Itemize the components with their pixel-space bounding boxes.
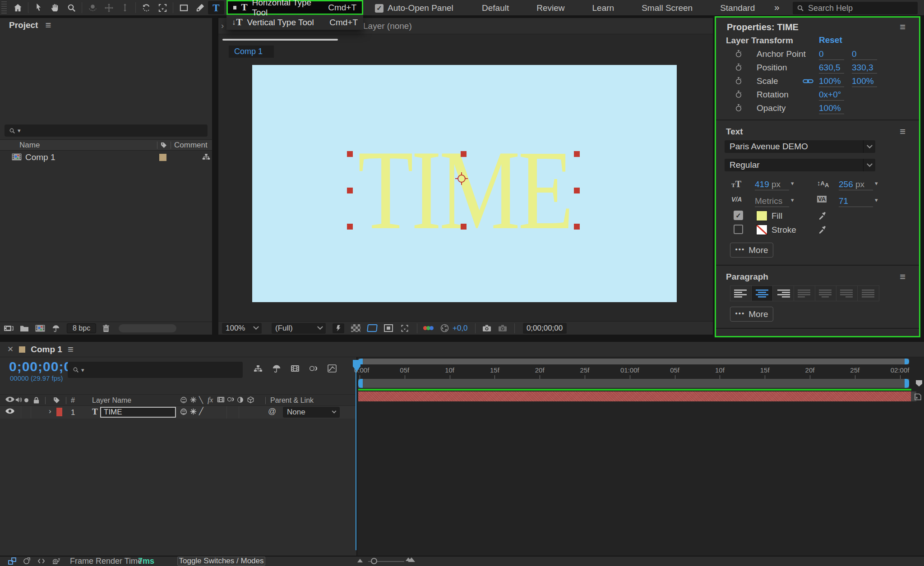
fill-eyedropper-icon[interactable] — [818, 211, 827, 220]
column-name[interactable]: Name — [19, 141, 40, 150]
label-column-icon[interactable] — [160, 142, 167, 149]
comp-button-icon[interactable] — [914, 393, 922, 400]
scale-y-value[interactable]: 100% — [852, 76, 877, 87]
toolbar-grip[interactable] — [1, 1, 7, 14]
justify-last-center-button[interactable] — [815, 286, 836, 301]
pen-tool[interactable] — [192, 1, 208, 14]
motion-blur-column-icon[interactable] — [227, 396, 235, 402]
search-help-box[interactable] — [793, 2, 918, 14]
font-family-dropdown[interactable]: Paris Avenue DEMO — [725, 140, 875, 153]
leading-field[interactable]: 256 px — [839, 179, 873, 190]
search-options-icon[interactable]: ▾ — [18, 127, 21, 134]
orbit-camera-tool[interactable] — [84, 1, 101, 14]
rotation-value[interactable]: 0x+0° — [819, 90, 844, 101]
layer-viewer-tab[interactable]: Layer (none) — [363, 21, 412, 31]
motion-blur-icon[interactable] — [309, 365, 318, 372]
toggle-switches-modes-button[interactable]: Toggle Switches / Modes — [177, 557, 265, 566]
tracking-field[interactable]: 71 — [839, 196, 873, 207]
audio-column-icon[interactable] — [15, 396, 23, 403]
align-right-button[interactable] — [773, 286, 794, 301]
timeline-top-scrollbar[interactable] — [358, 359, 909, 364]
column-comment[interactable]: Comment — [174, 141, 208, 150]
fill-checkbox[interactable]: ✓ — [734, 211, 743, 220]
stroke-color-swatch[interactable] — [756, 225, 767, 235]
3d-column-icon[interactable] — [247, 396, 254, 403]
label-column-icon[interactable] — [53, 396, 60, 404]
video-column-icon[interactable] — [5, 396, 14, 402]
justify-last-left-button[interactable] — [794, 286, 815, 301]
justify-last-right-button[interactable] — [836, 286, 858, 301]
workspace-tab-small-screen[interactable]: Small Screen — [642, 3, 693, 13]
new-folder-icon[interactable] — [20, 325, 29, 332]
position-y-value[interactable]: 330,3 — [852, 63, 877, 74]
graph-editor-icon[interactable] — [328, 364, 337, 373]
align-center-button[interactable] — [752, 286, 773, 301]
stopwatch-icon[interactable] — [735, 77, 742, 85]
selection-tool[interactable] — [31, 1, 47, 14]
exposure-icon[interactable] — [440, 324, 449, 332]
font-size-field[interactable]: 419 px — [755, 179, 789, 190]
workspace-tab-standard[interactable]: Standard — [720, 3, 755, 13]
project-search-box[interactable]: ▾ — [5, 124, 208, 137]
zoom-in-mountains-icon[interactable] — [409, 557, 415, 562]
timeline-comp-tab[interactable]: Comp 1 — [31, 345, 62, 354]
preview-timecode[interactable]: 0;00;00;00 — [523, 323, 567, 334]
magnification-dropdown[interactable]: 100% — [222, 323, 262, 334]
fx-column-icon[interactable]: fx — [208, 396, 213, 405]
show-snapshot-icon[interactable] — [498, 324, 507, 332]
render-time-snail-icon[interactable] — [52, 557, 61, 565]
tab-scroll-indicator[interactable] — [222, 39, 338, 41]
region-of-interest-button[interactable] — [384, 324, 393, 332]
timeline-search-box[interactable]: ▾ — [68, 362, 243, 378]
column-layer-name[interactable]: Layer Name — [92, 396, 131, 405]
canvas-text-layer[interactable]: TIME — [358, 133, 571, 247]
transform-reset-link[interactable]: Reset — [819, 35, 842, 45]
menu-item-horizontal-type-tool[interactable]: T Horizontal Type Tool Cmd+T — [226, 0, 363, 15]
grid-guides-button[interactable] — [400, 324, 410, 333]
label-color-swatch[interactable] — [159, 154, 166, 161]
layer-row-1[interactable]: › 1 T TIME ╱ @ None — [0, 406, 356, 419]
parent-link-dropdown[interactable]: None — [283, 407, 340, 418]
menu-item-vertical-type-tool[interactable]: ↓T Vertical Type Tool Cmd+T — [226, 15, 363, 30]
justify-all-button[interactable] — [858, 286, 879, 301]
column-parent-link[interactable]: Parent & Link — [270, 396, 314, 405]
project-panel-menu-icon[interactable]: ≡ — [45, 20, 51, 30]
align-left-button[interactable] — [730, 286, 752, 301]
column-number[interactable]: # — [71, 396, 75, 405]
search-options-icon[interactable]: ▾ — [81, 367, 84, 373]
layer-expand-arrow[interactable]: › — [49, 407, 51, 416]
draft-3d-icon[interactable] — [272, 364, 281, 373]
stopwatch-icon[interactable] — [735, 63, 742, 71]
auto-open-checkbox[interactable]: ✓ — [375, 4, 383, 13]
auto-open-panel-toggle[interactable]: ✓ Auto-Open Panel — [375, 0, 453, 16]
stroke-eyedropper-icon[interactable] — [818, 225, 827, 234]
fast-preview-button[interactable] — [333, 323, 344, 333]
new-composition-icon[interactable] — [35, 324, 45, 332]
interpret-footage-icon[interactable] — [4, 325, 14, 332]
exposure-value[interactable]: +0,0 — [453, 324, 468, 333]
layer-color-swatch[interactable] — [56, 408, 62, 416]
kerning-field[interactable]: Metrics — [755, 196, 789, 207]
layer-visibility-icon[interactable] — [5, 408, 14, 414]
text-section-menu-icon[interactable]: ≡ — [900, 127, 906, 137]
effects-column-icon[interactable] — [190, 396, 197, 403]
timeline-search-input[interactable] — [86, 367, 238, 373]
leading-dropdown-icon[interactable]: ▾ — [875, 180, 878, 187]
position-x-value[interactable]: 630,5 — [819, 63, 844, 74]
workspace-tab-default[interactable]: Default — [482, 3, 509, 13]
properties-panel-menu-icon[interactable]: ≡ — [900, 22, 906, 32]
timeline-ruler[interactable]: 0:00f05f10f15f20f25f01:00f05f10f15f20f25… — [357, 366, 910, 378]
parent-pickwhip-icon[interactable]: @ — [268, 407, 276, 416]
tracking-dropdown-icon[interactable]: ▾ — [875, 197, 878, 203]
zoom-tool[interactable] — [63, 1, 79, 14]
work-area-bar[interactable] — [358, 379, 909, 388]
hand-tool[interactable] — [47, 1, 63, 14]
comp-label-swatch[interactable] — [19, 346, 25, 353]
paragraph-section-menu-icon[interactable]: ≡ — [900, 272, 906, 282]
stopwatch-icon[interactable] — [735, 104, 742, 112]
trash-icon[interactable] — [102, 324, 110, 332]
project-item-comp1[interactable]: Comp 1 — [0, 151, 212, 164]
font-style-dropdown[interactable]: Regular — [725, 159, 875, 171]
stopwatch-icon[interactable] — [735, 50, 742, 58]
adjustment-column-icon[interactable] — [237, 396, 244, 403]
